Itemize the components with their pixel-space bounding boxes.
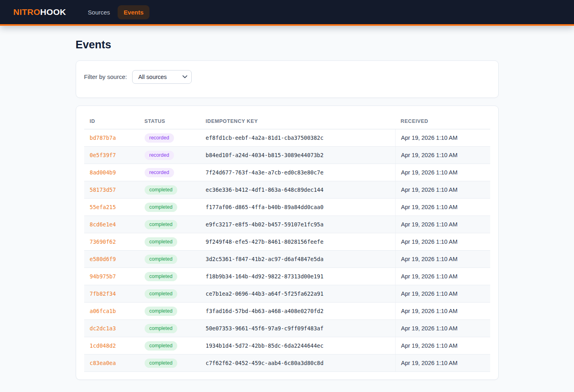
idempotency-key: e9fc3217-e8f5-4b02-b457-59107e1fc95a <box>200 216 395 233</box>
status-badge: completed <box>145 359 178 368</box>
event-id-link[interactable]: 58173d57 <box>84 181 139 198</box>
received-timestamp: Apr 19, 2026 1:10 AM <box>395 251 490 268</box>
table-body: bd787b7a recorded ef8fd1cb-eebf-4a2a-81d… <box>84 129 490 372</box>
table-header-row: ID STATUS IDEMPOTENCY KEY RECEIVED <box>84 113 490 129</box>
received-timestamp: Apr 19, 2026 1:10 AM <box>395 233 490 250</box>
status-badge: completed <box>145 307 178 316</box>
received-timestamp: Apr 19, 2026 1:10 AM <box>395 268 490 285</box>
status-badge: completed <box>145 237 178 247</box>
table-row: e580d6f9 completed 3d2c5361-f847-41b2-ac… <box>84 251 490 268</box>
event-id-link[interactable]: 94b975b7 <box>84 268 139 285</box>
column-header-status: STATUS <box>139 118 200 124</box>
received-timestamp: Apr 19, 2026 1:10 AM <box>395 303 490 319</box>
received-timestamp: Apr 19, 2026 1:10 AM <box>395 285 490 302</box>
status-cell: completed <box>139 337 200 354</box>
status-cell: completed <box>139 181 200 198</box>
table-row: 8cd6e1e4 completed e9fc3217-e8f5-4b02-b4… <box>84 216 490 233</box>
received-timestamp: Apr 19, 2026 1:10 AM <box>395 199 490 216</box>
nav-link-events[interactable]: Events <box>118 5 149 19</box>
status-cell: completed <box>139 303 200 319</box>
table-row: 8ad004b9 recorded 7f24d677-763f-4a3e-a7c… <box>84 164 490 181</box>
idempotency-key: ef8fd1cb-eebf-4a2a-81d1-cba37500382c <box>200 129 395 146</box>
idempotency-key: b84ed10f-a24d-4034-b815-3089e44073b2 <box>200 147 395 164</box>
status-badge: completed <box>145 220 178 229</box>
idempotency-key: c7f62f62-0452-459c-aab4-6c80a3d80c8d <box>200 355 395 371</box>
table-row: 94b975b7 completed f18b9b34-164b-4d92-98… <box>84 268 490 285</box>
status-cell: recorded <box>139 164 200 181</box>
nav-link-sources[interactable]: Sources <box>88 5 110 19</box>
table-row: dc2dc1a3 completed 50e07353-9661-45f6-97… <box>84 320 490 337</box>
source-filter: All sources <box>132 70 192 84</box>
idempotency-key: f177af06-d865-4ffa-b40b-89a84dd0caa0 <box>200 199 395 216</box>
status-badge: completed <box>145 324 178 333</box>
status-cell: recorded <box>139 129 200 146</box>
idempotency-key: 1934b1d4-5d72-42bb-85dc-6da2244644ec <box>200 337 395 354</box>
event-id-link[interactable]: 73690f62 <box>84 233 139 250</box>
received-timestamp: Apr 19, 2026 1:10 AM <box>395 129 490 146</box>
event-id-link[interactable]: 55efa215 <box>84 199 139 216</box>
event-id-link[interactable]: c83ea0ea <box>84 355 139 371</box>
received-timestamp: Apr 19, 2026 1:10 AM <box>395 181 490 198</box>
logo[interactable]: NITROHOOK <box>13 7 66 17</box>
status-cell: recorded <box>139 147 200 164</box>
column-header-received: RECEIVED <box>395 118 490 124</box>
idempotency-key: f18b9b34-164b-4d92-9822-87313d00e191 <box>200 268 395 285</box>
status-badge: recorded <box>145 168 174 177</box>
status-badge: recorded <box>145 151 174 160</box>
status-cell: completed <box>139 233 200 250</box>
table-row: 1cd048d2 completed 1934b1d4-5d72-42bb-85… <box>84 337 490 355</box>
table-row: a06fca1b completed f3fad16d-57bd-4b63-a4… <box>84 303 490 320</box>
idempotency-key: 3d2c5361-f847-41b2-ac97-d6af4847e5da <box>200 251 395 268</box>
idempotency-key: ec36e336-b412-4df1-863a-648c89dec144 <box>200 181 395 198</box>
status-badge: completed <box>145 289 178 299</box>
idempotency-key: f3fad16d-57bd-4b63-a468-a408e0270fd2 <box>200 303 395 319</box>
status-badge: completed <box>145 255 178 264</box>
table-row: 55efa215 completed f177af06-d865-4ffa-b4… <box>84 199 490 216</box>
filter-label: Filter by source: <box>84 73 127 80</box>
status-badge: completed <box>145 341 178 351</box>
idempotency-key: ce7b1ea2-0696-44b3-a64f-5f25fa622a91 <box>200 285 395 302</box>
events-table: ID STATUS IDEMPOTENCY KEY RECEIVED bd787… <box>84 113 490 372</box>
idempotency-key: 9f249f48-efe5-427b-8461-8028156feefe <box>200 233 395 250</box>
event-id-link[interactable]: dc2dc1a3 <box>84 320 139 337</box>
column-header-id: ID <box>84 118 139 124</box>
event-id-link[interactable]: 1cd048d2 <box>84 337 139 354</box>
column-header-idempotency-key: IDEMPOTENCY KEY <box>200 118 395 124</box>
events-table-card: ID STATUS IDEMPOTENCY KEY RECEIVED bd787… <box>76 106 499 380</box>
top-navbar: NITROHOOK Sources Events <box>0 0 574 26</box>
table-row: 58173d57 completed ec36e336-b412-4df1-86… <box>84 181 490 199</box>
table-row: 0e5f39f7 recorded b84ed10f-a24d-4034-b81… <box>84 147 490 164</box>
status-cell: completed <box>139 268 200 285</box>
event-id-link[interactable]: 0e5f39f7 <box>84 147 139 164</box>
table-row: c83ea0ea completed c7f62f62-0452-459c-aa… <box>84 355 490 372</box>
status-cell: completed <box>139 216 200 233</box>
status-cell: completed <box>139 199 200 216</box>
received-timestamp: Apr 19, 2026 1:10 AM <box>395 355 490 371</box>
main-content: Events Filter by source: All sources ID … <box>76 38 499 380</box>
received-timestamp: Apr 19, 2026 1:10 AM <box>395 147 490 164</box>
event-id-link[interactable]: a06fca1b <box>84 303 139 319</box>
table-row: 7fb82f34 completed ce7b1ea2-0696-44b3-a6… <box>84 285 490 303</box>
event-id-link[interactable]: 7fb82f34 <box>84 285 139 302</box>
event-id-link[interactable]: bd787b7a <box>84 129 139 146</box>
table-row: bd787b7a recorded ef8fd1cb-eebf-4a2a-81d… <box>84 129 490 147</box>
event-id-link[interactable]: e580d6f9 <box>84 251 139 268</box>
source-filter-select[interactable]: All sources <box>132 70 192 84</box>
status-cell: completed <box>139 355 200 371</box>
nav-links: Sources Events <box>88 5 149 19</box>
status-badge: recorded <box>145 133 174 143</box>
event-id-link[interactable]: 8ad004b9 <box>84 164 139 181</box>
logo-text-hook: HOOK <box>40 7 66 17</box>
received-timestamp: Apr 19, 2026 1:10 AM <box>395 337 490 354</box>
event-id-link[interactable]: 8cd6e1e4 <box>84 216 139 233</box>
filter-card: Filter by source: All sources <box>76 60 499 98</box>
logo-text-nitro: NITRO <box>13 7 40 17</box>
received-timestamp: Apr 19, 2026 1:10 AM <box>395 320 490 337</box>
received-timestamp: Apr 19, 2026 1:10 AM <box>395 164 490 181</box>
status-badge: completed <box>145 272 178 281</box>
status-cell: completed <box>139 285 200 302</box>
idempotency-key: 7f24d677-763f-4a3e-a7cb-ed0c83e80c7e <box>200 164 395 181</box>
status-badge: completed <box>145 203 178 212</box>
page-title: Events <box>76 38 499 51</box>
idempotency-key: 50e07353-9661-45f6-97a9-c9ff09f483af <box>200 320 395 337</box>
